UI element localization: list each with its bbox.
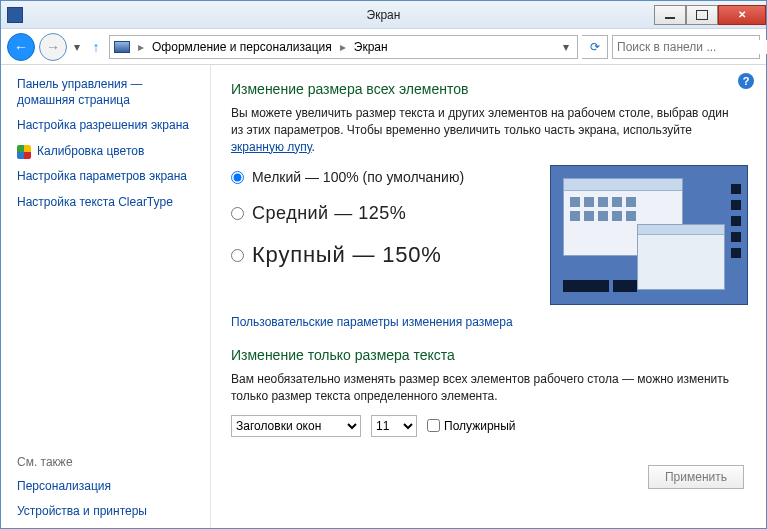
- seealso-heading: См. также: [17, 425, 202, 469]
- shield-icon: [17, 145, 31, 159]
- sidebar-item-calibrate[interactable]: Калибровка цветов: [37, 144, 144, 160]
- sidebar: Панель управления — домашняя страница На…: [1, 65, 211, 528]
- minimize-button[interactable]: [654, 5, 686, 25]
- content: ? Изменение размера всех элементов Вы мо…: [211, 65, 766, 528]
- refresh-button[interactable]: ⟳: [582, 35, 608, 59]
- radio-large[interactable]: Крупный — 150%: [231, 242, 532, 268]
- radio-small-input[interactable]: [231, 171, 244, 184]
- bold-checkbox-label: Полужирный: [444, 419, 516, 433]
- seealso-personalization[interactable]: Персонализация: [17, 479, 202, 495]
- control-panel-icon: [114, 41, 130, 53]
- sidebar-item-display-settings[interactable]: Настройка параметров экрана: [17, 169, 187, 185]
- radio-medium[interactable]: Средний — 125%: [231, 203, 532, 224]
- section1-desc-text: Вы можете увеличить размер текста и друг…: [231, 106, 729, 137]
- size-options-row: Мелкий — 100% (по умолчанию) Средний — 1…: [231, 165, 748, 305]
- bold-checkbox[interactable]: Полужирный: [427, 419, 516, 433]
- history-dropdown-icon[interactable]: ▾: [71, 40, 83, 54]
- element-select[interactable]: Заголовки окон: [231, 415, 361, 437]
- section-title-text-only: Изменение только размера текста: [231, 347, 748, 363]
- preview-image: [550, 165, 748, 305]
- radio-small-label: Мелкий — 100% (по умолчанию): [252, 169, 464, 185]
- up-button[interactable]: ↑: [87, 39, 105, 55]
- text-controls-row: Заголовки окон 11 Полужирный: [231, 415, 748, 437]
- close-button[interactable]: [718, 5, 766, 25]
- maximize-button[interactable]: [686, 5, 718, 25]
- address-bar[interactable]: ▸ Оформление и персонализация ▸ Экран ▾: [109, 35, 578, 59]
- breadcrumb-item[interactable]: Оформление и персонализация: [152, 40, 332, 54]
- body: Панель управления — домашняя страница На…: [1, 65, 766, 528]
- bold-checkbox-input[interactable]: [427, 419, 440, 432]
- breadcrumb-sep-icon: ▸: [134, 40, 148, 54]
- section1-description: Вы можете увеличить размер текста и друг…: [231, 105, 741, 155]
- breadcrumb-sep-icon: ▸: [336, 40, 350, 54]
- section-title-resize-all: Изменение размера всех элементов: [231, 81, 748, 97]
- address-dropdown-icon[interactable]: ▾: [559, 40, 573, 54]
- sidebar-item-home[interactable]: Панель управления — домашняя страница: [17, 77, 202, 108]
- window-buttons: [654, 5, 766, 25]
- breadcrumb-item[interactable]: Экран: [354, 40, 388, 54]
- window-title: Экран: [367, 8, 401, 22]
- navbar: ← → ▾ ↑ ▸ Оформление и персонализация ▸ …: [1, 29, 766, 65]
- section1-desc-post: .: [312, 140, 315, 154]
- sidebar-item-cleartype[interactable]: Настройка текста ClearType: [17, 195, 173, 211]
- forward-button[interactable]: →: [39, 33, 67, 61]
- radio-large-input[interactable]: [231, 249, 244, 262]
- magnifier-link[interactable]: экранную лупу: [231, 140, 312, 154]
- search-box[interactable]: 🔍: [612, 35, 760, 59]
- window-root: Экран ← → ▾ ↑ ▸ Оформление и персонализа…: [0, 0, 767, 529]
- sidebar-item-resolution[interactable]: Настройка разрешения экрана: [17, 118, 189, 134]
- radio-small[interactable]: Мелкий — 100% (по умолчанию): [231, 169, 532, 185]
- footer: Применить: [231, 465, 748, 489]
- seealso-devices[interactable]: Устройства и принтеры: [17, 504, 202, 520]
- radio-medium-label: Средний — 125%: [252, 203, 406, 224]
- back-button[interactable]: ←: [7, 33, 35, 61]
- size-radio-group: Мелкий — 100% (по умолчанию) Средний — 1…: [231, 165, 532, 268]
- search-input[interactable]: [617, 40, 767, 54]
- section2-description: Вам необязательно изменять размер всех э…: [231, 371, 741, 405]
- radio-medium-input[interactable]: [231, 207, 244, 220]
- font-size-select[interactable]: 11: [371, 415, 417, 437]
- app-icon: [7, 7, 23, 23]
- radio-large-label: Крупный — 150%: [252, 242, 442, 268]
- apply-button[interactable]: Применить: [648, 465, 744, 489]
- custom-size-link[interactable]: Пользовательские параметры изменения раз…: [231, 315, 513, 329]
- titlebar[interactable]: Экран: [1, 1, 766, 29]
- help-icon[interactable]: ?: [738, 73, 754, 89]
